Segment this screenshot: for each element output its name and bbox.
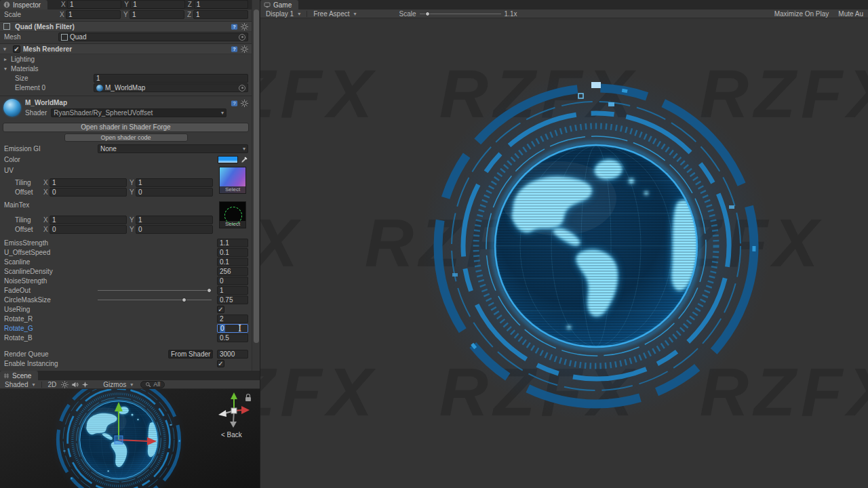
maintex-select-button[interactable]: Select [220, 221, 245, 228]
mesh-renderer-header[interactable]: ▾ Mesh Renderer ? [0, 43, 252, 54]
emissstrength-field[interactable]: 1.1 [217, 239, 248, 247]
lighting-label: Lighting [11, 56, 35, 63]
uv-offset-x-field[interactable]: 0 [50, 188, 127, 197]
mesh-filter-header[interactable]: Quad (Mesh Filter) ? [0, 21, 252, 32]
uv-select-button[interactable]: Select [220, 186, 245, 193]
game-scale-value: 1.1x [505, 10, 517, 18]
help-book-icon[interactable]: ? [231, 100, 238, 107]
maintex-section: MainTex Select Tiling X1 Y1 Offset X0 Y0 [0, 201, 252, 234]
help-book-icon[interactable]: ? [231, 23, 238, 30]
position-x-field[interactable]: 1 [67, 0, 121, 9]
uoffsetspeed-field[interactable]: 0.1 [217, 248, 248, 257]
scene-effects-icon[interactable] [81, 381, 89, 388]
mute-audio-toggle[interactable]: Mute Au [838, 10, 863, 18]
prop-row-usering: UseRing [0, 305, 252, 314]
element0-object-field[interactable]: M_WorldMap [94, 83, 248, 92]
scrollbar-thumb[interactable] [254, 9, 259, 343]
element0-label: Element 0 [15, 84, 94, 92]
gear-icon[interactable] [241, 100, 248, 107]
scale-z-field[interactable]: 1 [193, 10, 248, 19]
prop-row-scanlinedensity: ScanlineDensity 256 [0, 267, 252, 276]
chevron-down-icon: ▾ [241, 146, 245, 152]
noisestrength-field[interactable]: 0 [217, 277, 248, 285]
maintex-tiling-x-field[interactable]: 1 [50, 216, 127, 224]
uv-offset-y-field[interactable]: 0 [136, 188, 213, 197]
axis-y-label: Y [130, 226, 136, 233]
display-dropdown[interactable]: Display 1 ▾ [264, 9, 302, 18]
shader-dropdown[interactable]: RyanShader/Ry_SphereUVoffset ▾ [51, 108, 226, 117]
mesh-row: Mesh Quad [0, 33, 252, 41]
scale-y-field[interactable]: 1 [130, 10, 184, 19]
size-field[interactable]: 1 [94, 74, 248, 83]
scanline-field[interactable]: 0.1 [217, 258, 248, 266]
fadeout-slider[interactable] [98, 286, 212, 295]
usering-checkbox[interactable] [217, 306, 224, 313]
svg-text:?: ? [233, 100, 235, 106]
emission-gi-dropdown[interactable]: None ▾ [98, 144, 248, 153]
mesh-object-field[interactable]: Quad [58, 33, 248, 41]
slider-knob[interactable] [207, 288, 212, 293]
maintex-texture-thumbnail[interactable]: Select [219, 201, 246, 228]
tab-scene[interactable]: Scene [0, 371, 38, 380]
lighting-foldout[interactable]: ▸ Lighting [0, 55, 252, 64]
render-queue-value-field[interactable]: 3000 [217, 350, 248, 359]
uv-label: UV [4, 167, 14, 174]
tab-game[interactable]: Game [260, 0, 298, 9]
gear-icon[interactable] [241, 23, 248, 30]
rotate-g-field[interactable]: 0 I [217, 324, 248, 333]
chevron-down-icon: ▾ [128, 382, 133, 388]
help-book-icon[interactable]: ? [231, 45, 238, 53]
rotate-r-field[interactable]: 2 [217, 314, 248, 323]
gear-icon[interactable] [241, 45, 248, 53]
tab-inspector[interactable]: Inspector [0, 0, 47, 9]
eyedropper-icon[interactable] [241, 156, 248, 163]
scanlinedensity-field[interactable]: 256 [217, 267, 248, 276]
scene-orientation-gizmo[interactable] [0, 389, 260, 488]
fadeout-field[interactable]: 1 [217, 286, 248, 295]
material-preview-icon [3, 99, 21, 117]
maintex-offset-y-field[interactable]: 0 [136, 225, 213, 234]
scene-lighting-sun-icon[interactable] [61, 381, 68, 388]
open-shader-code-button[interactable]: Open shader code [64, 134, 188, 142]
uv-texture-thumbnail[interactable]: Select [219, 167, 246, 194]
scene-audio-speaker-icon[interactable] [71, 381, 79, 388]
maximize-on-play-toggle[interactable]: Maximize On Play [774, 10, 829, 18]
slider-knob[interactable] [425, 12, 430, 16]
2d-toggle[interactable]: 2D [46, 380, 59, 389]
inspector-scrollbar[interactable] [252, 0, 260, 371]
axis-y-label: Y [130, 179, 136, 186]
gizmos-dropdown[interactable]: Gizmos ▾ [101, 380, 135, 389]
uv-section: UV Select Tiling X1 Y1 Offset X0 Y0 [0, 166, 252, 197]
scene-viewport[interactable]: < Back [0, 389, 260, 488]
scene-search-input[interactable]: All [140, 381, 165, 388]
render-queue-dropdown[interactable]: From Shader ▾ [168, 350, 213, 359]
game-panel: Game Display 1 ▾ Free Aspect ▾ Scale 1.1… [260, 0, 868, 488]
position-z-field[interactable]: 1 [194, 0, 248, 9]
circlemasksize-slider[interactable] [98, 296, 212, 304]
materials-foldout[interactable]: ▾ Materials [0, 64, 252, 73]
game-tab-icon [264, 1, 271, 8]
prop-row-rotate-g: Rotate_G 0 I [0, 324, 252, 333]
maintex-tiling-y-field[interactable]: 1 [136, 216, 213, 224]
enable-instancing-checkbox[interactable] [217, 360, 224, 367]
uv-tiling-y-field[interactable]: 1 [136, 178, 213, 187]
object-picker-icon[interactable] [239, 34, 245, 41]
scale-x-field[interactable]: 1 [66, 10, 121, 19]
shaded-dropdown[interactable]: Shaded ▾ [3, 380, 37, 389]
position-y-field[interactable]: 1 [130, 0, 184, 9]
unity-editor: Inspector X1 Y1 Z1 Scale X1 Y1 Z1 Quad (… [0, 0, 868, 488]
uoffsetspeed-label: U_OffsetSpeed [4, 249, 213, 256]
circlemasksize-field[interactable]: 0.75 [217, 296, 248, 304]
rotate-b-field[interactable]: 0.5 [217, 333, 248, 342]
color-swatch[interactable] [218, 156, 238, 163]
slider-knob[interactable] [182, 298, 186, 302]
mesh-renderer-enabled-checkbox[interactable] [13, 45, 20, 53]
uv-tiling-x-field[interactable]: 1 [50, 178, 127, 187]
scene-back-label[interactable]: < Back [221, 431, 242, 439]
game-scale-slider[interactable] [420, 9, 501, 18]
object-picker-icon[interactable] [239, 85, 245, 92]
maintex-offset-x-field[interactable]: 0 [50, 225, 127, 234]
open-shader-forge-button[interactable]: Open shader in Shader Forge [3, 123, 249, 132]
aspect-dropdown[interactable]: Free Aspect ▾ [311, 9, 358, 18]
foldout-icon[interactable]: ▾ [3, 46, 10, 52]
